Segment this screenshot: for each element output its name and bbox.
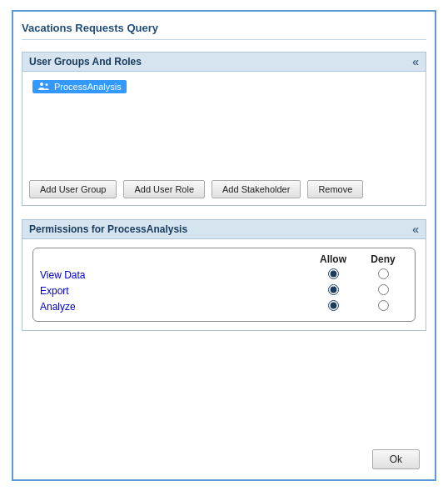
permissions-collapse-icon[interactable]: « [412, 223, 419, 235]
permissions-section-header: Permissions for ProcessAnalysis « [22, 220, 426, 239]
analyze-allow-radio[interactable] [328, 300, 339, 311]
user-group-item-label: ProcessAnalysis [54, 82, 122, 92]
users-icon [37, 82, 51, 92]
view-data-deny-radio[interactable] [378, 268, 389, 279]
analyze-deny-radio[interactable] [378, 300, 389, 311]
allow-column-header: Allow [308, 253, 358, 265]
ok-row: Ok [22, 444, 426, 471]
permission-row-analyze: Analyze [40, 300, 408, 313]
permissions-table-wrapper: Allow Deny View Data Export [32, 248, 416, 322]
user-groups-section: User Groups And Roles « [22, 52, 426, 206]
user-groups-body: ProcessAnalysis [22, 72, 426, 173]
permissions-header-row: Allow Deny [40, 253, 408, 265]
ok-button[interactable]: Ok [372, 449, 420, 469]
export-allow-radio[interactable] [328, 284, 339, 295]
remove-button[interactable]: Remove [307, 180, 363, 198]
user-groups-list: ProcessAnalysis [29, 77, 419, 168]
deny-column-header: Deny [358, 253, 408, 265]
svg-point-0 [40, 83, 43, 86]
user-group-item[interactable]: ProcessAnalysis [32, 80, 127, 93]
add-user-role-button[interactable]: Add User Role [123, 180, 205, 198]
export-allow-radio-cell [308, 284, 358, 298]
permission-label-export: Export [40, 285, 308, 297]
permission-row-view-data: View Data [40, 268, 408, 282]
main-container: Vacations Requests Query User Groups And… [12, 10, 436, 481]
export-deny-radio-cell [358, 284, 408, 298]
page-title: Vacations Requests Query [22, 20, 426, 40]
svg-point-1 [46, 83, 48, 86]
add-user-group-button[interactable]: Add User Group [29, 180, 117, 198]
permissions-section-title: Permissions for ProcessAnalysis [29, 223, 187, 235]
analyze-deny-radio-cell [358, 300, 408, 313]
user-groups-button-row: Add User Group Add User Role Add Stakeho… [22, 173, 426, 205]
analyze-allow-radio-cell [308, 300, 358, 313]
export-deny-radio[interactable] [378, 284, 389, 295]
user-groups-collapse-icon[interactable]: « [412, 56, 419, 68]
permission-label-analyze: Analyze [40, 301, 308, 313]
view-data-deny-radio-cell [358, 268, 408, 282]
permissions-section: Permissions for ProcessAnalysis « Allow … [22, 219, 426, 331]
view-data-allow-radio[interactable] [328, 268, 339, 279]
spacer [22, 341, 426, 434]
user-groups-section-header: User Groups And Roles « [22, 53, 426, 72]
permissions-body: Allow Deny View Data Export [22, 239, 426, 330]
view-data-allow-radio-cell [308, 268, 358, 282]
permission-label-view-data: View Data [40, 269, 308, 281]
user-groups-section-title: User Groups And Roles [29, 56, 142, 68]
permission-row-export: Export [40, 284, 408, 298]
add-stakeholder-button[interactable]: Add Stakeholder [212, 180, 301, 198]
